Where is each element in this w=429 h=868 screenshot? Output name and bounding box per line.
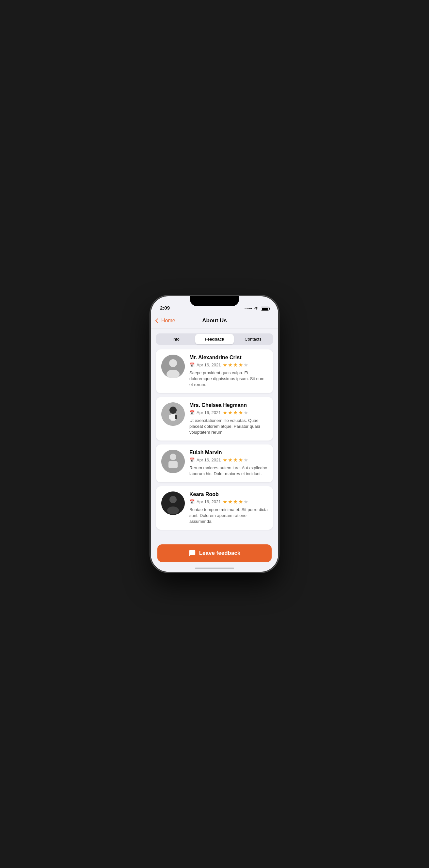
tab-feedback[interactable]: Feedback xyxy=(195,334,234,344)
review-card-3: Eulah Marvin 📅 Apr 16, 2021 ★ ★ ★ ★ ★ Re… xyxy=(156,444,273,482)
reviewer-name-1: Mr. Alexandrine Crist xyxy=(189,354,268,361)
wifi-icon xyxy=(254,307,259,311)
review-date-3: Apr 16, 2021 xyxy=(196,458,221,462)
reviewer-name-3: Eulah Marvin xyxy=(189,450,268,456)
star-3-5: ★ xyxy=(244,457,248,463)
calendar-icon-1: 📅 xyxy=(189,363,194,367)
star-1-1: ★ xyxy=(223,362,227,368)
calendar-icon-4: 📅 xyxy=(189,499,194,504)
leave-feedback-button[interactable]: Leave feedback xyxy=(157,545,272,562)
svg-rect-8 xyxy=(175,415,177,419)
nav-bar: Home About Us xyxy=(151,312,278,329)
star-1-2: ★ xyxy=(228,362,233,368)
phone-screen: 2:09 xyxy=(151,296,278,572)
tab-contacts[interactable]: Contacts xyxy=(234,334,272,344)
stars-3: ★ ★ ★ ★ ★ xyxy=(223,457,248,463)
star-1-5: ★ xyxy=(244,362,248,368)
review-date-2: Apr 16, 2021 xyxy=(196,410,221,415)
chat-bubble-icon xyxy=(189,550,196,557)
star-2-1: ★ xyxy=(223,409,227,416)
star-2-4: ★ xyxy=(238,409,243,416)
star-3-1: ★ xyxy=(223,457,227,463)
avatar-2 xyxy=(161,402,185,426)
reviews-list: Mr. Alexandrine Crist 📅 Apr 16, 2021 ★ ★… xyxy=(151,349,278,572)
bottom-bar: Leave feedback xyxy=(151,540,278,572)
svg-point-13 xyxy=(170,496,177,503)
star-4-3: ★ xyxy=(233,499,238,505)
review-meta-2: 📅 Apr 16, 2021 ★ ★ ★ ★ ★ xyxy=(189,409,268,416)
battery-icon xyxy=(261,307,269,311)
star-1-4: ★ xyxy=(238,362,243,368)
back-button[interactable]: Home xyxy=(156,318,175,323)
svg-point-10 xyxy=(170,454,176,460)
home-indicator xyxy=(195,567,234,569)
svg-point-14 xyxy=(167,506,179,514)
phone-frame: 2:09 xyxy=(151,296,278,572)
star-1-3: ★ xyxy=(233,362,238,368)
review-text-4: Beatae tempore minima et. Sit porro dict… xyxy=(189,507,268,525)
segment-control: Info Feedback Contacts xyxy=(156,334,273,345)
star-4-1: ★ xyxy=(223,499,227,505)
review-content-3: Eulah Marvin 📅 Apr 16, 2021 ★ ★ ★ ★ ★ Re… xyxy=(189,450,268,477)
review-text-3: Rerum maiores autem iure. Aut explicabo … xyxy=(189,465,268,477)
notch xyxy=(190,296,239,306)
review-card-1: Mr. Alexandrine Crist 📅 Apr 16, 2021 ★ ★… xyxy=(156,349,273,393)
stars-1: ★ ★ ★ ★ ★ xyxy=(223,362,248,368)
reviewer-name-4: Keara Roob xyxy=(189,492,268,497)
calendar-icon-3: 📅 xyxy=(189,458,194,462)
svg-rect-11 xyxy=(168,461,178,468)
star-3-3: ★ xyxy=(233,457,238,463)
back-chevron-icon xyxy=(155,318,160,323)
review-content-1: Mr. Alexandrine Crist 📅 Apr 16, 2021 ★ ★… xyxy=(189,354,268,388)
status-icons xyxy=(245,307,269,311)
review-meta-4: 📅 Apr 16, 2021 ★ ★ ★ ★ ★ xyxy=(189,499,268,505)
tab-info[interactable]: Info xyxy=(157,334,195,344)
star-2-2: ★ xyxy=(228,409,233,416)
stars-4: ★ ★ ★ ★ ★ xyxy=(223,499,248,505)
review-date-4: Apr 16, 2021 xyxy=(196,499,221,504)
star-4-2: ★ xyxy=(228,499,233,505)
leave-feedback-label: Leave feedback xyxy=(199,550,241,556)
star-2-5: ★ xyxy=(244,409,248,416)
back-label: Home xyxy=(161,318,175,323)
star-4-4: ★ xyxy=(238,499,243,505)
avatar-1 xyxy=(161,354,185,378)
svg-point-5 xyxy=(170,407,177,414)
status-time: 2:09 xyxy=(160,305,170,311)
svg-rect-7 xyxy=(169,415,171,419)
star-3-2: ★ xyxy=(228,457,233,463)
star-4-5: ★ xyxy=(244,499,248,505)
review-meta-1: 📅 Apr 16, 2021 ★ ★ ★ ★ ★ xyxy=(189,362,268,368)
stars-2: ★ ★ ★ ★ ★ xyxy=(223,409,248,416)
review-text-2: Ut exercitationem illo voluptas. Quae pl… xyxy=(189,418,268,436)
review-content-4: Keara Roob 📅 Apr 16, 2021 ★ ★ ★ ★ ★ Beat… xyxy=(189,492,268,525)
star-3-4: ★ xyxy=(238,457,243,463)
review-date-1: Apr 16, 2021 xyxy=(196,363,221,367)
calendar-icon-2: 📅 xyxy=(189,410,194,415)
review-card-4: Keara Roob 📅 Apr 16, 2021 ★ ★ ★ ★ ★ Beat… xyxy=(156,486,273,530)
signal-icon xyxy=(245,308,252,309)
star-2-3: ★ xyxy=(233,409,238,416)
review-card-2: Mrs. Chelsea Hegmann 📅 Apr 16, 2021 ★ ★ … xyxy=(156,397,273,441)
review-content-2: Mrs. Chelsea Hegmann 📅 Apr 16, 2021 ★ ★ … xyxy=(189,402,268,436)
avatar-4 xyxy=(161,492,185,515)
svg-point-0 xyxy=(256,310,256,310)
reviewer-name-2: Mrs. Chelsea Hegmann xyxy=(189,402,268,408)
page-title: About Us xyxy=(202,317,227,324)
review-meta-3: 📅 Apr 16, 2021 ★ ★ ★ ★ ★ xyxy=(189,457,268,463)
svg-rect-6 xyxy=(171,414,176,421)
review-text-1: Saepe provident quos culpa. Et doloremqu… xyxy=(189,370,268,388)
avatar-3 xyxy=(161,450,185,473)
svg-point-2 xyxy=(169,359,177,367)
